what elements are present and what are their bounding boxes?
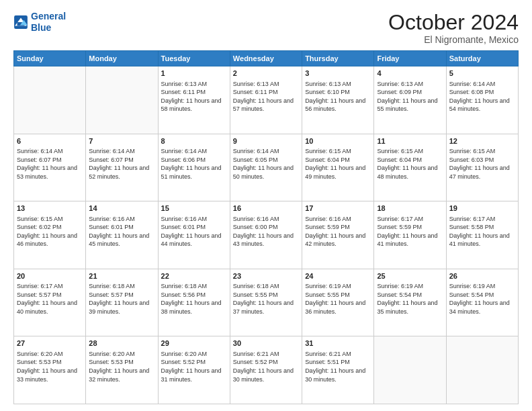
page: General Blue October 2024 El Nigromante,… <box>0 0 532 411</box>
day-number: 16 <box>233 203 299 214</box>
calendar-day-cell: 25Sunrise: 6:19 AM Sunset: 5:54 PM Dayli… <box>374 269 446 336</box>
day-number: 15 <box>161 203 227 214</box>
day-number: 26 <box>449 271 515 281</box>
calendar-day-cell: 11Sunrise: 6:15 AM Sunset: 6:04 PM Dayli… <box>374 134 446 201</box>
day-number: 11 <box>377 136 443 146</box>
logo: General Blue <box>13 11 66 34</box>
calendar-day-cell: 20Sunrise: 6:17 AM Sunset: 5:57 PM Dayli… <box>14 269 86 336</box>
day-info: Sunrise: 6:15 AM Sunset: 6:02 PM Dayligh… <box>17 215 83 248</box>
day-number: 27 <box>17 338 83 349</box>
day-info: Sunrise: 6:18 AM Sunset: 5:56 PM Dayligh… <box>161 282 227 316</box>
day-number: 28 <box>89 338 154 349</box>
calendar-week-row: 13Sunrise: 6:15 AM Sunset: 6:02 PM Dayli… <box>14 201 519 269</box>
day-number: 5 <box>449 68 515 79</box>
calendar-day-cell: 31Sunrise: 6:21 AM Sunset: 5:51 PM Dayli… <box>302 336 374 404</box>
weekday-header: Saturday <box>446 51 518 66</box>
weekday-header: Friday <box>374 51 446 66</box>
calendar-week-row: 1Sunrise: 6:13 AM Sunset: 6:11 PM Daylig… <box>14 66 519 134</box>
main-title: October 2024 <box>388 11 519 34</box>
day-info: Sunrise: 6:18 AM Sunset: 5:57 PM Dayligh… <box>89 282 154 316</box>
day-info: Sunrise: 6:21 AM Sunset: 5:52 PM Dayligh… <box>233 350 299 383</box>
day-number: 12 <box>449 136 515 146</box>
day-info: Sunrise: 6:21 AM Sunset: 5:51 PM Dayligh… <box>305 350 371 383</box>
calendar-week-row: 6Sunrise: 6:14 AM Sunset: 6:07 PM Daylig… <box>14 134 519 201</box>
day-info: Sunrise: 6:15 AM Sunset: 6:03 PM Dayligh… <box>449 147 515 181</box>
calendar-day-cell: 10Sunrise: 6:15 AM Sunset: 6:04 PM Dayli… <box>302 134 374 201</box>
day-info: Sunrise: 6:15 AM Sunset: 6:04 PM Dayligh… <box>377 147 443 181</box>
day-number: 22 <box>161 271 227 281</box>
calendar-day-cell: 14Sunrise: 6:16 AM Sunset: 6:01 PM Dayli… <box>86 201 158 269</box>
day-number: 8 <box>161 136 227 146</box>
day-number: 7 <box>89 136 154 146</box>
day-number: 21 <box>89 271 154 281</box>
calendar-header: SundayMondayTuesdayWednesdayThursdayFrid… <box>14 51 519 66</box>
calendar-day-cell: 17Sunrise: 6:16 AM Sunset: 5:59 PM Dayli… <box>302 201 374 269</box>
day-info: Sunrise: 6:16 AM Sunset: 6:01 PM Dayligh… <box>89 215 154 248</box>
day-info: Sunrise: 6:17 AM Sunset: 5:59 PM Dayligh… <box>377 215 443 248</box>
day-info: Sunrise: 6:17 AM Sunset: 5:57 PM Dayligh… <box>17 282 83 316</box>
day-info: Sunrise: 6:14 AM Sunset: 6:08 PM Dayligh… <box>449 80 515 113</box>
day-info: Sunrise: 6:20 AM Sunset: 5:53 PM Dayligh… <box>89 350 154 383</box>
calendar-day-cell: 29Sunrise: 6:20 AM Sunset: 5:52 PM Dayli… <box>158 336 230 404</box>
calendar-week-row: 20Sunrise: 6:17 AM Sunset: 5:57 PM Dayli… <box>14 269 519 336</box>
day-info: Sunrise: 6:14 AM Sunset: 6:06 PM Dayligh… <box>161 147 227 181</box>
calendar-day-cell: 2Sunrise: 6:13 AM Sunset: 6:11 PM Daylig… <box>230 66 302 134</box>
logo-general: General <box>31 11 66 21</box>
calendar-day-cell: 22Sunrise: 6:18 AM Sunset: 5:56 PM Dayli… <box>158 269 230 336</box>
logo-icon <box>13 15 28 30</box>
calendar-week-row: 27Sunrise: 6:20 AM Sunset: 5:53 PM Dayli… <box>14 336 519 404</box>
weekday-header: Sunday <box>14 51 86 66</box>
day-number: 17 <box>305 203 371 214</box>
day-number: 19 <box>449 203 515 214</box>
day-number: 2 <box>233 68 299 79</box>
calendar-day-cell: 26Sunrise: 6:19 AM Sunset: 5:54 PM Dayli… <box>446 269 518 336</box>
day-number: 10 <box>305 136 371 146</box>
calendar-day-cell: 28Sunrise: 6:20 AM Sunset: 5:53 PM Dayli… <box>86 336 158 404</box>
day-number: 23 <box>233 271 299 281</box>
day-info: Sunrise: 6:13 AM Sunset: 6:11 PM Dayligh… <box>161 80 227 113</box>
calendar-day-cell: 3Sunrise: 6:13 AM Sunset: 6:10 PM Daylig… <box>302 66 374 134</box>
calendar-day-cell: 12Sunrise: 6:15 AM Sunset: 6:03 PM Dayli… <box>446 134 518 201</box>
day-info: Sunrise: 6:15 AM Sunset: 6:04 PM Dayligh… <box>305 147 371 181</box>
calendar-day-cell: 18Sunrise: 6:17 AM Sunset: 5:59 PM Dayli… <box>374 201 446 269</box>
day-info: Sunrise: 6:18 AM Sunset: 5:55 PM Dayligh… <box>233 282 299 316</box>
calendar-day-cell: 16Sunrise: 6:16 AM Sunset: 6:00 PM Dayli… <box>230 201 302 269</box>
calendar-day-cell: 15Sunrise: 6:16 AM Sunset: 6:01 PM Dayli… <box>158 201 230 269</box>
day-info: Sunrise: 6:20 AM Sunset: 5:53 PM Dayligh… <box>17 350 83 383</box>
calendar-day-cell: 7Sunrise: 6:14 AM Sunset: 6:07 PM Daylig… <box>86 134 158 201</box>
subtitle: El Nigromante, Mexico <box>388 34 519 45</box>
calendar-day-cell: 21Sunrise: 6:18 AM Sunset: 5:57 PM Dayli… <box>86 269 158 336</box>
calendar-day-cell: 5Sunrise: 6:14 AM Sunset: 6:08 PM Daylig… <box>446 66 518 134</box>
day-number: 9 <box>233 136 299 146</box>
calendar-day-cell: 23Sunrise: 6:18 AM Sunset: 5:55 PM Dayli… <box>230 269 302 336</box>
weekday-header: Thursday <box>302 51 374 66</box>
day-number: 30 <box>233 338 299 349</box>
calendar-day-cell: 24Sunrise: 6:19 AM Sunset: 5:55 PM Dayli… <box>302 269 374 336</box>
day-info: Sunrise: 6:13 AM Sunset: 6:11 PM Dayligh… <box>233 80 299 113</box>
calendar: SundayMondayTuesdayWednesdayThursdayFrid… <box>13 50 519 404</box>
day-info: Sunrise: 6:16 AM Sunset: 6:01 PM Dayligh… <box>161 215 227 248</box>
calendar-day-cell <box>14 66 86 134</box>
day-info: Sunrise: 6:13 AM Sunset: 6:10 PM Dayligh… <box>305 80 371 113</box>
calendar-day-cell: 27Sunrise: 6:20 AM Sunset: 5:53 PM Dayli… <box>14 336 86 404</box>
weekday-header: Monday <box>86 51 158 66</box>
logo-blue: Blue <box>31 22 66 34</box>
logo-text: General Blue <box>31 11 66 34</box>
calendar-body: 1Sunrise: 6:13 AM Sunset: 6:11 PM Daylig… <box>14 66 519 404</box>
weekday-header: Tuesday <box>158 51 230 66</box>
day-number: 13 <box>17 203 83 214</box>
day-number: 6 <box>17 136 83 146</box>
calendar-day-cell: 8Sunrise: 6:14 AM Sunset: 6:06 PM Daylig… <box>158 134 230 201</box>
day-info: Sunrise: 6:17 AM Sunset: 5:58 PM Dayligh… <box>449 215 515 248</box>
day-info: Sunrise: 6:14 AM Sunset: 6:07 PM Dayligh… <box>89 147 154 181</box>
day-number: 24 <box>305 271 371 281</box>
day-info: Sunrise: 6:14 AM Sunset: 6:07 PM Dayligh… <box>17 147 83 181</box>
calendar-day-cell: 13Sunrise: 6:15 AM Sunset: 6:02 PM Dayli… <box>14 201 86 269</box>
day-info: Sunrise: 6:19 AM Sunset: 5:55 PM Dayligh… <box>305 282 371 316</box>
day-info: Sunrise: 6:19 AM Sunset: 5:54 PM Dayligh… <box>449 282 515 316</box>
day-number: 3 <box>305 68 371 79</box>
day-info: Sunrise: 6:20 AM Sunset: 5:52 PM Dayligh… <box>161 350 227 383</box>
day-info: Sunrise: 6:14 AM Sunset: 6:05 PM Dayligh… <box>233 147 299 181</box>
calendar-day-cell <box>446 336 518 404</box>
weekday-row: SundayMondayTuesdayWednesdayThursdayFrid… <box>14 51 519 66</box>
